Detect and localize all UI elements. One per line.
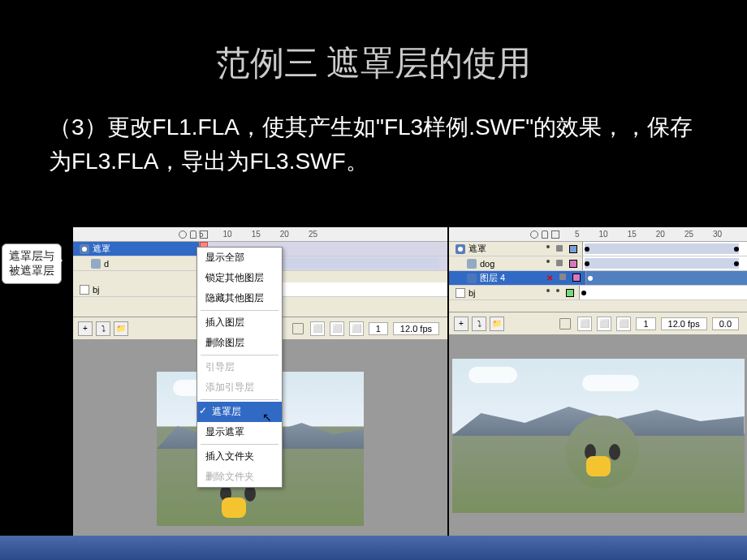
onion-btn3[interactable]: ⬜ [616, 317, 631, 331]
menu-show-mask[interactable]: 显示遮罩 [197, 422, 282, 442]
timeline-ruler: 5 10 15 20 25 [73, 227, 447, 242]
onion-btn1[interactable]: ⬜ [577, 317, 592, 331]
layer-name: 遮罩 [93, 243, 110, 255]
callout-line2: 被遮罩层 [9, 264, 54, 278]
stage-area [449, 334, 747, 537]
frame-number: 1 [636, 317, 655, 330]
add-folder-button[interactable]: 📁 [114, 321, 128, 336]
masked-layer-icon [91, 259, 101, 269]
slide-title: 范例三 遮罩层的使用 [0, 0, 747, 110]
add-folder-button[interactable]: 📁 [490, 317, 504, 331]
layer-name: dog [480, 259, 494, 269]
cloud-graphic [582, 375, 639, 391]
layer-name: d [104, 259, 109, 269]
page-layer-icon [456, 288, 465, 298]
menu-hide-others[interactable]: 隐藏其他图层 [197, 288, 282, 308]
onion-btn2[interactable]: ⬜ [330, 321, 344, 336]
layer-row-dog[interactable]: dog [449, 256, 747, 271]
cursor-icon: ↖ [262, 411, 272, 424]
lock-indicator[interactable] [556, 245, 563, 252]
hidden-x-icon[interactable]: ✕ [546, 274, 553, 282]
layer-row-mask[interactable]: 遮罩 [449, 242, 747, 256]
stage-canvas[interactable] [452, 359, 745, 513]
outline-icon[interactable] [551, 230, 559, 239]
lock-indicator[interactable] [556, 260, 563, 266]
add-guide-button[interactable]: ⤵ [472, 317, 486, 331]
ruler-numbers: 5 10 15 20 25 30 [575, 230, 722, 239]
menu-mask-layer[interactable]: 遮罩层 ↖ [197, 402, 282, 422]
dog-character [222, 485, 254, 518]
add-guide-button[interactable]: ⤵ [96, 321, 110, 336]
timeline-toolbar: + ⤵ 📁 ⬜ ⬜ ⬜ 1 12.0 fps 0.0 [449, 312, 747, 334]
layer-name: bj [93, 285, 100, 295]
layer-name: 遮罩 [468, 243, 486, 255]
dog-character [586, 444, 619, 476]
fps-display: 12.0 fps [393, 322, 439, 335]
menu-insert-folder[interactable]: 插入文件夹 [197, 446, 282, 467]
layer-name: bj [468, 288, 476, 298]
screenshot-row: 5 10 15 20 25 遮罩 d bj [0, 227, 747, 560]
menu-delete-folder: 删除文件夹 [197, 467, 282, 487]
outline-icon[interactable] [200, 230, 208, 239]
flash-timeline-left: 5 10 15 20 25 遮罩 d bj [73, 227, 447, 560]
mask-preview-circle [566, 416, 639, 489]
menu-separator [201, 399, 279, 400]
mask-layer-icon [456, 244, 465, 254]
masked-layer-icon [467, 259, 477, 269]
menu-show-all[interactable]: 显示全部 [197, 248, 282, 268]
slide-footer-bar [0, 536, 747, 560]
flash-timeline-right: 5 10 15 20 25 30 遮罩 dog [449, 227, 747, 560]
lock-icon[interactable] [190, 230, 196, 239]
cloud-graphic [468, 367, 517, 383]
layer-row-bj[interactable]: bj [449, 286, 747, 300]
color-swatch[interactable] [566, 289, 574, 297]
ruler-numbers: 5 10 15 20 25 [199, 230, 317, 239]
layer-row-layer4[interactable]: 图层 4 ✕ [449, 271, 747, 286]
onion-btn1[interactable]: ⬜ [310, 321, 325, 336]
frame-number: 1 [369, 322, 388, 335]
trash-icon[interactable] [292, 323, 304, 334]
callout-label: 遮罩层与 被遮罩层 [2, 243, 62, 284]
color-swatch[interactable] [569, 260, 577, 268]
layer-name: 图层 4 [480, 272, 505, 284]
page-layer-icon [80, 285, 89, 295]
menu-guide-layer: 引导层 [197, 357, 282, 377]
add-layer-button[interactable]: + [454, 317, 468, 331]
fps-display: 12.0 fps [661, 317, 707, 330]
menu-separator [201, 310, 279, 311]
menu-separator [201, 355, 279, 355]
menu-lock-others[interactable]: 锁定其他图层 [197, 268, 282, 288]
menu-separator [201, 444, 279, 445]
layer-context-menu: 显示全部 锁定其他图层 隐藏其他图层 插入图层 删除图层 引导层 添加引导层 遮… [196, 247, 283, 488]
slide-body-text: （3）更改FL1.FLA，使其产生如"FL3样例.SWF"的效果，，保存为FL3… [0, 110, 747, 203]
lock-icon[interactable] [542, 230, 548, 239]
color-swatch[interactable] [569, 245, 577, 253]
mask-layer-icon [80, 244, 89, 254]
masked-layer-icon [467, 274, 477, 283]
menu-add-guide: 添加引导层 [197, 377, 282, 398]
add-layer-button[interactable]: + [78, 321, 93, 336]
timeline-ruler: 5 10 15 20 25 30 [449, 227, 747, 242]
eye-icon[interactable] [179, 230, 187, 239]
lock-indicator[interactable] [559, 274, 566, 280]
eye-icon[interactable] [530, 230, 538, 239]
trash-icon[interactable] [559, 318, 571, 330]
onion-btn3[interactable]: ⬜ [349, 321, 364, 336]
time-display: 0.0 [712, 317, 739, 330]
onion-btn2[interactable]: ⬜ [597, 317, 611, 331]
menu-insert-layer[interactable]: 插入图层 [197, 312, 282, 333]
layer-header-icons [179, 230, 208, 239]
color-swatch[interactable] [572, 274, 581, 282]
layer-header-icons [530, 230, 559, 239]
menu-delete-layer[interactable]: 删除图层 [197, 333, 282, 353]
callout-line1: 遮罩层与 [9, 249, 54, 264]
